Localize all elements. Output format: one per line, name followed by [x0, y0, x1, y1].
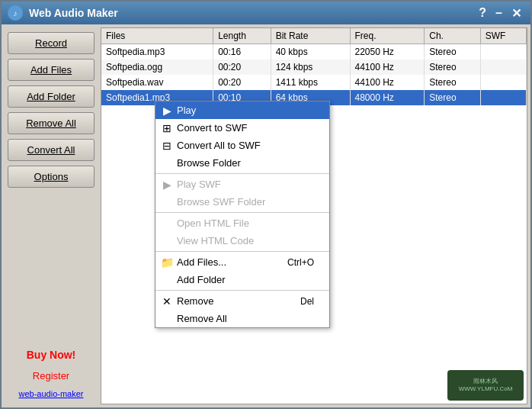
col-ch: Ch. — [425, 28, 480, 44]
ctx-open-html-label: Open HTML File — [177, 217, 249, 229]
context-menu-separator — [155, 212, 329, 213]
table-cell: Softpedia.wav — [101, 75, 213, 90]
ctx-remove[interactable]: ✕RemoveDel — [155, 292, 329, 310]
ctx-add-files-icon: 📁 — [160, 256, 174, 269]
window-body: Record Add Files Add Folder Remove All C… — [2, 24, 530, 407]
main-content: Files Length Bit Rate Freq. Ch. SWF Soft… — [101, 27, 527, 404]
table-cell: Stereo — [425, 44, 480, 60]
ctx-convert-all-to-swf[interactable]: ⊟Convert All to SWF — [155, 137, 329, 154]
col-swf: SWF — [480, 28, 526, 44]
ctx-remove-shortcut: Del — [300, 296, 314, 307]
table-cell: 40 kbps — [271, 44, 350, 60]
ctx-play-icon: ▶ — [160, 104, 174, 118]
ctx-play-swf-icon: ▶ — [160, 178, 174, 192]
add-folder-button[interactable]: Add Folder — [8, 85, 95, 108]
sidebar: Record Add Files Add Folder Remove All C… — [2, 24, 101, 407]
ctx-browse-swf-folder-label: Browse SWF Folder — [177, 196, 265, 208]
context-menu: ▶Play⊞Convert to SWF⊟Convert All to SWFB… — [155, 101, 330, 328]
options-button[interactable]: Options — [8, 166, 95, 188]
table-cell: 44100 Hz — [350, 60, 425, 75]
table-cell: 124 kbps — [271, 60, 350, 75]
col-length: Length — [213, 28, 271, 44]
ctx-play-swf: ▶Play SWF — [155, 176, 329, 193]
ctx-add-folder-label: Add Folder — [177, 274, 226, 285]
table-cell — [480, 60, 526, 75]
ctx-browse-swf-folder: Browse SWF Folder — [155, 193, 329, 211]
context-menu-separator — [155, 251, 329, 252]
context-menu-separator — [155, 173, 329, 174]
table-cell — [480, 44, 526, 60]
ctx-view-html: View HTML Code — [155, 232, 329, 250]
watermark: 雨林木风 WWW.YLMFU.CoM — [447, 370, 524, 401]
convert-all-button[interactable]: Convert All — [8, 139, 95, 161]
main-window: ♪ Web Audio Maker ? – ✕ Record Add Files… — [0, 0, 532, 409]
sidebar-spacer — [8, 192, 95, 341]
add-files-button[interactable]: Add Files — [8, 59, 95, 81]
buy-now-label[interactable]: Buy Now! — [8, 346, 95, 364]
col-files: Files — [101, 28, 213, 44]
table-cell: 44100 Hz — [350, 75, 425, 90]
window-controls: ? – ✕ — [476, 6, 524, 21]
table-cell: Stereo — [425, 60, 480, 75]
context-menu-separator — [155, 290, 329, 291]
col-bitrate: Bit Rate — [271, 28, 350, 44]
app-icon: ♪ — [8, 5, 23, 21]
record-button[interactable]: Record — [8, 32, 95, 54]
ctx-remove-all[interactable]: Remove All — [155, 310, 329, 327]
ctx-convert-to-swf[interactable]: ⊞Convert to SWF — [155, 119, 329, 137]
ctx-browse-folder[interactable]: Browse Folder — [155, 154, 329, 172]
table-cell — [480, 75, 526, 90]
ctx-remove-all-label: Remove All — [177, 313, 227, 324]
window-title: Web Audio Maker — [29, 7, 476, 19]
ctx-remove-label: Remove — [177, 295, 213, 307]
ctx-convert-all-to-swf-label: Convert All to SWF — [177, 140, 261, 151]
watermark-line2: WWW.YLMFU.CoM — [459, 385, 513, 393]
ctx-add-files[interactable]: 📁Add Files...Ctrl+O — [155, 253, 329, 271]
ctx-convert-all-to-swf-icon: ⊟ — [160, 139, 174, 153]
table-cell: 22050 Hz — [350, 44, 425, 60]
table-row[interactable]: Softpedia.mp300:1640 kbps22050 HzStereo — [101, 44, 527, 60]
remove-all-button[interactable]: Remove All — [8, 112, 95, 134]
ctx-play-swf-label: Play SWF — [177, 179, 221, 190]
ctx-play-label: Play — [177, 105, 196, 116]
table-cell: 00:20 — [213, 75, 271, 90]
col-freq: Freq. — [350, 28, 425, 44]
ctx-open-html: Open HTML File — [155, 214, 329, 232]
table-cell: 48000 Hz — [350, 90, 425, 105]
table-cell: 1411 kbps — [271, 75, 350, 90]
table-row[interactable]: Softpedia.wav00:201411 kbps44100 HzStere… — [101, 75, 527, 90]
table-cell: Stereo — [425, 90, 480, 105]
table-cell: 00:20 — [213, 60, 271, 75]
help-button[interactable]: ? — [476, 6, 489, 20]
table-row[interactable]: Softpedia.ogg00:20124 kbps44100 HzStereo — [101, 60, 527, 75]
watermark-text: 雨林木风 WWW.YLMFU.CoM — [459, 378, 513, 392]
ctx-add-files-label: Add Files... — [177, 256, 226, 268]
ctx-add-folder[interactable]: Add Folder — [155, 271, 329, 288]
watermark-line1: 雨林木风 — [459, 378, 513, 385]
table-cell: Softpedia.ogg — [101, 60, 213, 75]
title-bar: ♪ Web Audio Maker ? – ✕ — [2, 2, 530, 24]
ctx-add-files-shortcut: Ctrl+O — [287, 257, 314, 268]
ctx-remove-icon: ✕ — [160, 295, 174, 308]
table-cell: 00:16 — [213, 44, 271, 60]
ctx-view-html-label: View HTML Code — [177, 235, 254, 246]
ctx-play[interactable]: ▶Play — [155, 101, 329, 119]
ctx-convert-to-swf-icon: ⊞ — [160, 121, 174, 135]
file-table: Files Length Bit Rate Freq. Ch. SWF Soft… — [101, 28, 527, 105]
table-cell — [480, 90, 526, 105]
table-cell: Softpedia.mp3 — [101, 44, 213, 60]
ctx-convert-to-swf-label: Convert to SWF — [177, 122, 247, 134]
ctx-browse-folder-label: Browse Folder — [177, 157, 241, 169]
close-button[interactable]: ✕ — [508, 6, 524, 21]
minimize-button[interactable]: – — [492, 6, 505, 20]
table-cell: Stereo — [425, 75, 480, 90]
website-link[interactable]: web-audio-maker — [8, 388, 95, 400]
table-header-row: Files Length Bit Rate Freq. Ch. SWF — [101, 28, 527, 44]
register-label[interactable]: Register — [8, 369, 95, 383]
